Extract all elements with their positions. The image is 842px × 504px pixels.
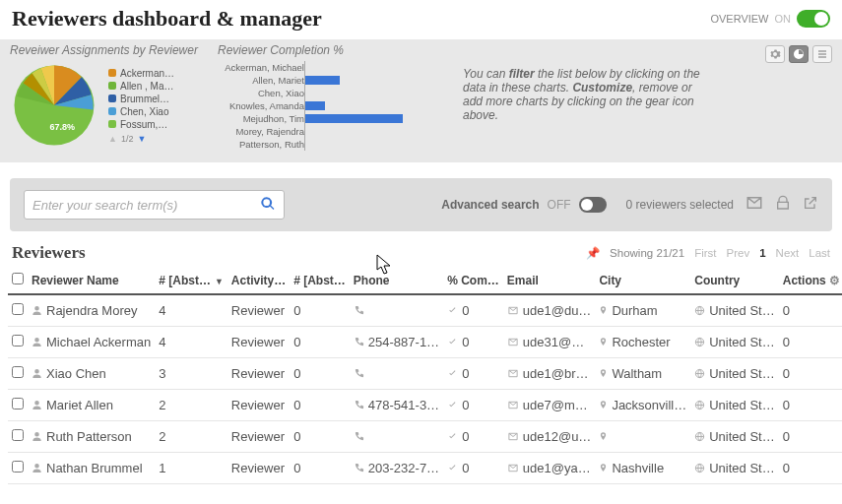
cell-activity: Reviewer (227, 453, 290, 484)
row-checkbox[interactable] (12, 398, 24, 410)
page-last[interactable]: Last (809, 247, 830, 259)
pin-icon[interactable]: 📌 (586, 246, 600, 260)
row-checkbox[interactable] (12, 429, 24, 441)
person-icon (32, 304, 42, 318)
select-all-checkbox[interactable] (12, 273, 24, 284)
advanced-search-toggle[interactable] (579, 197, 607, 213)
legend-pager[interactable]: ▲1/2▼ (108, 134, 174, 144)
check-icon (447, 462, 458, 475)
overview-state: ON (775, 13, 792, 25)
pie-legend: Ackerman… Allen , Ma… Brummel… Chen, Xia… (108, 68, 174, 144)
mail-icon (507, 430, 519, 444)
person-icon (32, 336, 42, 349)
cell-actions[interactable]: 0 (779, 327, 842, 358)
cell-complete: 0 (443, 294, 503, 327)
toggle-on-icon[interactable] (797, 10, 830, 28)
pagination: 📌 Showing 21/21 First Prev 1 Next Last (586, 246, 830, 260)
lock-icon[interactable] (775, 195, 791, 215)
cell-city: Rochester (595, 327, 690, 358)
person-icon (32, 430, 42, 444)
bar-chart[interactable]: Ackerman, MichaelAllen, MarietChen, Xiao… (218, 61, 414, 151)
cell-name: Xiao Chen (28, 358, 155, 390)
search-input-wrap[interactable] (24, 190, 285, 220)
pin-icon (599, 336, 608, 349)
pin-icon (599, 304, 608, 318)
external-link-icon[interactable] (803, 195, 818, 215)
row-checkbox[interactable] (12, 303, 24, 315)
cell-abstracts2: 0 (290, 390, 350, 421)
table-row[interactable]: Rajendra Morey4Reviewer00ude1@du…DurhamU… (8, 294, 842, 327)
dashboard-panel: Reveiwer Assignments by Reviewer 67.8% A… (0, 39, 842, 162)
cell-name: Ruth Patterson (28, 421, 155, 453)
bar-chart-title: Reviewer Completion % (218, 43, 414, 57)
page-first[interactable]: First (694, 247, 716, 259)
col-email[interactable]: Email (503, 267, 596, 294)
table-row[interactable]: Mariet Allen2Reviewer0478-541-3…0ude7@m…… (8, 390, 842, 421)
col-abstracts[interactable]: # [Abst…▼ (155, 267, 227, 294)
cell-phone (350, 358, 443, 390)
cell-city: Nashville (595, 453, 690, 484)
cell-actions[interactable]: 0 (779, 294, 842, 327)
cell-email[interactable]: ude1@ya… (503, 453, 596, 484)
cell-email[interactable]: ude1@du… (503, 294, 596, 327)
globe-icon (694, 462, 705, 475)
table-row[interactable]: Ruth Patterson2Reviewer00ude12@u…United … (8, 421, 842, 453)
cell-complete: 0 (443, 453, 503, 484)
search-icon[interactable] (260, 196, 276, 215)
page-next[interactable]: Next (776, 247, 800, 259)
cell-actions[interactable]: 0 (779, 453, 842, 484)
gear-icon[interactable]: ⚙ (829, 274, 840, 287)
phone-icon (354, 399, 364, 412)
list-view-icon[interactable] (812, 45, 832, 63)
col-complete[interactable]: % Com… (443, 267, 503, 294)
cell-email[interactable]: ude12@u… (503, 421, 596, 453)
search-bar: Advanced search OFF 0 reviewers selected (10, 178, 832, 231)
check-icon (447, 367, 458, 381)
col-country[interactable]: Country (690, 267, 778, 294)
table-row[interactable]: Nathan Brummel1Reviewer0203-232-7…0ude1@… (8, 453, 842, 484)
row-checkbox[interactable] (12, 335, 24, 346)
cell-abstracts2: 0 (290, 421, 350, 453)
cell-phone: 203-232-7… (350, 453, 443, 484)
cell-email[interactable]: ude1@br… (503, 358, 596, 390)
col-abstracts2[interactable]: # [Abst… (290, 267, 350, 294)
person-icon (32, 399, 42, 412)
cell-actions[interactable]: 0 (779, 421, 842, 453)
row-checkbox[interactable] (12, 366, 24, 378)
cell-abstracts: 2 (155, 421, 227, 453)
col-reviewer-name[interactable]: Reviewer Name (28, 267, 155, 294)
overview-label: OVERVIEW (710, 13, 768, 25)
table-row[interactable]: Michael Ackerman4Reviewer0254-887-1…0ude… (8, 327, 842, 358)
cell-city: Durham (595, 294, 690, 327)
mail-icon[interactable] (745, 194, 763, 216)
col-phone[interactable]: Phone (350, 267, 443, 294)
pie-chart[interactable]: 67.8% (10, 61, 98, 150)
chart-view-icon[interactable] (789, 45, 809, 63)
cell-name: Michael Ackerman (28, 327, 155, 358)
page-title: Reviewers dashboard & manager (12, 6, 322, 32)
row-checkbox[interactable] (12, 461, 24, 472)
cell-email[interactable]: ude7@m… (503, 390, 596, 421)
cell-actions[interactable]: 0 (779, 390, 842, 421)
cell-email[interactable]: ude31@… (503, 327, 596, 358)
cell-city: Jacksonvill… (595, 390, 690, 421)
pie-chart-title: Reveiwer Assignments by Reviewer (10, 43, 198, 57)
pin-icon (599, 430, 608, 444)
cell-name: Rajendra Morey (28, 294, 155, 327)
col-city[interactable]: City (595, 267, 690, 294)
cell-city: Waltham (595, 358, 690, 390)
cell-abstracts2: 0 (290, 453, 350, 484)
cell-phone: 254-887-1… (350, 327, 443, 358)
col-activity[interactable]: Activity… (227, 267, 290, 294)
overview-switch[interactable]: OVERVIEW ON (710, 10, 830, 28)
selected-count: 0 reviewers selected (626, 198, 734, 212)
cell-abstracts: 1 (155, 453, 227, 484)
cell-actions[interactable]: 0 (779, 358, 842, 390)
globe-icon (694, 336, 705, 349)
person-icon (32, 462, 42, 475)
table-row[interactable]: Xiao Chen3Reviewer00ude1@br…WalthamUnite… (8, 358, 842, 390)
search-input[interactable] (32, 198, 260, 213)
page-prev[interactable]: Prev (727, 247, 750, 259)
col-actions[interactable]: Actions ⚙ (779, 267, 842, 294)
gear-icon[interactable] (765, 45, 785, 63)
